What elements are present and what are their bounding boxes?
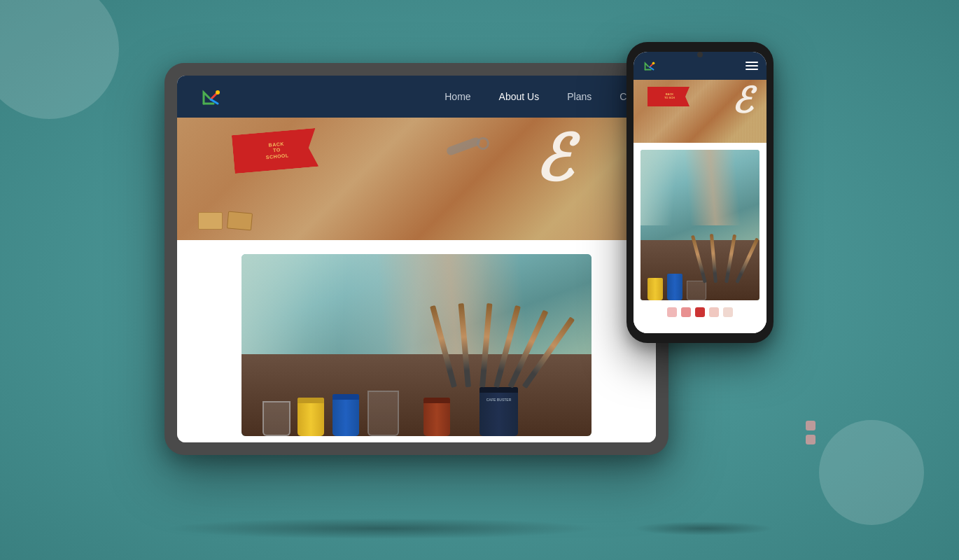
brush-cup-1 [262,401,290,436]
phone-art-visual [640,150,760,300]
tablet-device: Home About Us Plans C... BACKTOSCHOOL [164,63,668,455]
hamburger-menu-button[interactable] [746,62,758,70]
phone-yellow-can [648,278,663,300]
phone-notch [697,52,703,57]
phone-brushes [696,234,752,297]
dot-5[interactable] [723,307,733,317]
tablet-main-image: CAFE BUSTER [241,254,592,436]
nav-item-about[interactable]: About Us [499,90,540,103]
phone-main-image [640,150,760,300]
tablet-content: CAFE BUSTER [177,240,656,442]
phone-wall-paint [640,150,760,225]
tablet-screen: Home About Us Plans C... BACKTOSCHOOL [177,76,656,442]
accent-square [806,421,816,430]
phone-hero-pennant: BACKTO SCH [648,87,690,106]
phone-hero: BACKTO SCH ℰ [634,80,766,143]
pagination-dots [667,307,733,317]
brush-group [438,303,578,429]
phone-shadow [634,522,774,536]
tablet-nav-links: Home About Us Plans C... [444,90,635,103]
nav-item-plans[interactable]: Plans [567,90,592,103]
bg-decoration [819,420,924,525]
tablet-hero: BACKTOSCHOOL ℰ [177,118,656,240]
accent-square [806,435,816,444]
tablet-logo [198,84,223,109]
svg-point-0 [216,90,220,94]
phone-brush-3 [724,234,736,284]
scene: Home About Us Plans C... BACKTOSCHOOL [130,35,830,525]
nav-item-home[interactable]: Home [444,90,470,103]
dot-3-active[interactable] [695,307,705,317]
phone-screen: BACKTO SCH ℰ [634,52,766,333]
dot-2[interactable] [681,307,691,317]
hamburger-line-3 [746,69,758,70]
phone-blue-can [667,274,682,300]
brush-cup-2 [368,391,399,436]
pennant-text: BACKTOSCHOOL [261,141,289,160]
brush-6 [522,316,575,388]
art-supplies-visual: CAFE BUSTER [241,254,592,436]
hamburger-line-2 [746,65,758,66]
svg-point-1 [652,62,655,65]
phone-content [634,143,766,333]
phone-brush-2 [710,234,718,283]
phone-logo [642,58,657,74]
phone-hero-swirl: ℰ [732,83,752,118]
block1 [198,212,223,230]
brush-2 [458,303,471,387]
blue-can [332,394,359,436]
block2 [227,211,253,231]
hamburger-line-1 [746,62,758,63]
phone-device: BACKTO SCH ℰ [626,42,774,343]
tablet-shadow [164,518,598,539]
tablet-navbar: Home About Us Plans C... [177,76,656,118]
hero-pennant: BACKTOSCHOOL [232,128,318,174]
dot-4[interactable] [709,307,719,317]
can-lid [332,394,359,400]
brush-3 [479,303,492,387]
hero-swirl: ℰ [534,128,572,191]
phone-hero-visual: BACKTO SCH ℰ [634,80,766,143]
phone-pennant-text: BACKTO SCH [662,93,675,100]
yellow-can [298,398,324,436]
can-lid [298,398,324,403]
dot-1[interactable] [667,307,677,317]
tablet-hero-visual: BACKTOSCHOOL ℰ [177,118,656,240]
